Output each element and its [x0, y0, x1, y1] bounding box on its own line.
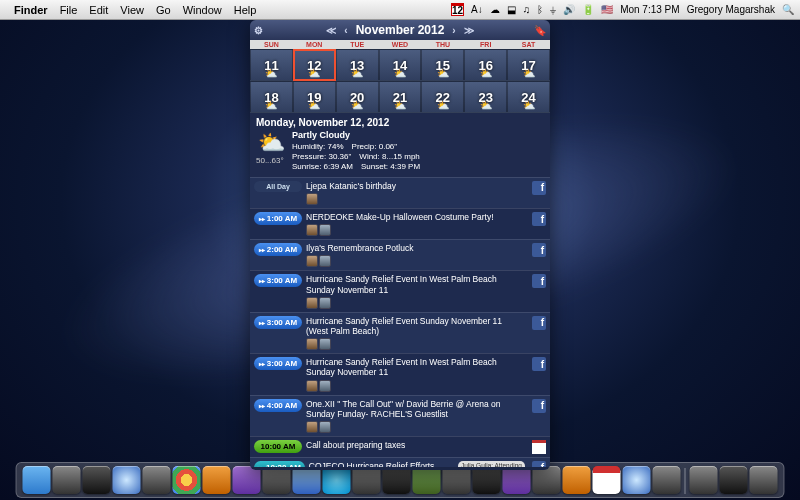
dock-firefox[interactable]: [203, 466, 231, 494]
dock-terminal[interactable]: [383, 466, 411, 494]
prev-month-fast-icon[interactable]: ≪: [326, 25, 336, 36]
event-row[interactable]: 10:00 AMCall about preparing taxes: [250, 436, 550, 457]
calendar-day[interactable]: 20⛅: [336, 81, 379, 113]
day-of-week-row: SUN MON TUE WED THU FRI SAT: [250, 40, 550, 49]
event-row[interactable]: ▸▸3:00 AMHurricane Sandy Relief Event In…: [250, 353, 550, 394]
event-title: Hurricane Sandy Relief Event In West Pal…: [306, 274, 525, 294]
prev-month-icon[interactable]: ‹: [344, 25, 347, 36]
dock-app[interactable]: [503, 466, 531, 494]
day-weather-icon: ⛅: [351, 100, 363, 111]
next-month-fast-icon[interactable]: ≫: [464, 25, 474, 36]
dock-app[interactable]: [353, 466, 381, 494]
calendar-day[interactable]: 13⛅: [336, 49, 379, 81]
event-body: NERDEOKE Make-Up Halloween Costume Party…: [306, 212, 528, 236]
calendar-day[interactable]: 18⛅: [250, 81, 293, 113]
today-date: Monday, November 12, 2012: [256, 117, 544, 128]
cloud-menubar-icon[interactable]: ☁: [490, 4, 500, 15]
volume-icon[interactable]: 🔊: [563, 4, 575, 15]
dock-safari[interactable]: [113, 466, 141, 494]
event-body: Hurricane Sandy Relief Event Sunday Nove…: [306, 316, 528, 350]
calendar-day[interactable]: 22⛅: [421, 81, 464, 113]
event-time-pill: ▸▸2:00 AM: [254, 243, 302, 256]
event-row[interactable]: ▸▸3:00 AMHurricane Sandy Relief Event In…: [250, 270, 550, 311]
facebook-icon: f: [532, 316, 546, 330]
input-flag-icon[interactable]: 🇺🇸: [601, 4, 613, 15]
dock-mail[interactable]: [293, 466, 321, 494]
calendar-menubar-icon[interactable]: 12: [451, 3, 464, 16]
calendar-day[interactable]: 21⛅: [379, 81, 422, 113]
event-row[interactable]: All DayLjepa Katanic's birthdayf: [250, 177, 550, 208]
dock-skype[interactable]: [323, 466, 351, 494]
bluetooth-icon[interactable]: ᛒ: [537, 4, 543, 15]
dock-app[interactable]: [653, 466, 681, 494]
event-body: Hurricane Sandy Relief Event In West Pal…: [306, 357, 528, 391]
event-title: Call about preparing taxes: [306, 440, 525, 450]
app-menu[interactable]: Finder: [14, 4, 48, 16]
calendar-day[interactable]: 15⛅: [421, 49, 464, 81]
adobe-menubar-icon[interactable]: A↓: [471, 4, 483, 15]
dock-folder[interactable]: [690, 466, 718, 494]
gear-icon[interactable]: ⚙: [254, 25, 263, 36]
dock-app[interactable]: [533, 466, 561, 494]
day-weather-icon: ⛅: [523, 68, 535, 79]
wifi-icon[interactable]: ⏚: [550, 4, 556, 15]
dock-finder[interactable]: [23, 466, 51, 494]
event-time-pill: 10:00 AM: [254, 440, 302, 453]
event-avatars: [306, 224, 525, 236]
dock-app[interactable]: [413, 466, 441, 494]
menu-window[interactable]: Window: [183, 4, 222, 16]
dock-chrome[interactable]: [173, 466, 201, 494]
event-row[interactable]: ▸▸10:30 AMJulia Gulia: AttendingCOJECO H…: [250, 457, 550, 467]
dock-ical[interactable]: [593, 466, 621, 494]
event-row[interactable]: ▸▸4:00 AMOne.XII " The Call Out" w/ Davi…: [250, 395, 550, 436]
event-body: Hurricane Sandy Relief Event In West Pal…: [306, 274, 528, 308]
menu-view[interactable]: View: [120, 4, 144, 16]
calendar-day[interactable]: 16⛅: [464, 49, 507, 81]
day-weather-icon: ⛅: [480, 68, 492, 79]
menu-go[interactable]: Go: [156, 4, 171, 16]
dow-label: MON: [293, 40, 336, 49]
user-name[interactable]: Gregory Magarshak: [687, 4, 775, 15]
dock-app[interactable]: [473, 466, 501, 494]
avatar: [319, 380, 331, 392]
menu-file[interactable]: File: [60, 4, 78, 16]
calendar-day[interactable]: 12⛅: [293, 49, 336, 81]
dock-trash[interactable]: [750, 466, 778, 494]
dock-app[interactable]: [443, 466, 471, 494]
spotlight-icon[interactable]: 🔍: [782, 4, 794, 15]
dock-app[interactable]: [563, 466, 591, 494]
dock-app[interactable]: [53, 466, 81, 494]
widget-title: November 2012: [356, 23, 445, 37]
calendar-day[interactable]: 19⛅: [293, 81, 336, 113]
bookmark-icon[interactable]: 🔖: [534, 25, 546, 36]
event-avatars: [306, 255, 525, 267]
clock[interactable]: Mon 7:13 PM: [620, 4, 679, 15]
calendar-day[interactable]: 11⛅: [250, 49, 293, 81]
today-panel: Monday, November 12, 2012 ⛅ 50...63° Par…: [250, 113, 550, 177]
calendar-day[interactable]: 17⛅: [507, 49, 550, 81]
dropbox-menubar-icon[interactable]: ⬓: [507, 4, 516, 15]
dock-app[interactable]: [623, 466, 651, 494]
dock-app[interactable]: [263, 466, 291, 494]
event-row[interactable]: ▸▸3:00 AMHurricane Sandy Relief Event Su…: [250, 312, 550, 353]
dock-app[interactable]: [233, 466, 261, 494]
sunrise-value: 6:39 AM: [324, 162, 353, 171]
dock-downloads[interactable]: [720, 466, 748, 494]
dock-app[interactable]: [83, 466, 111, 494]
event-avatars: [306, 193, 525, 205]
menu-help[interactable]: Help: [234, 4, 257, 16]
event-row[interactable]: ▸▸2:00 AMIlya's Remembrance Potluckf: [250, 239, 550, 270]
day-weather-icon: ⛅: [308, 100, 320, 111]
event-row[interactable]: ▸▸1:00 AMNERDEOKE Make-Up Halloween Cost…: [250, 208, 550, 239]
event-time-pill: ▸▸3:00 AM: [254, 316, 302, 329]
calendar-day[interactable]: 14⛅: [379, 49, 422, 81]
calendar-day[interactable]: 23⛅: [464, 81, 507, 113]
menu-edit[interactable]: Edit: [89, 4, 108, 16]
battery-icon[interactable]: 🔋: [582, 4, 594, 15]
humidity-value: 74%: [328, 142, 344, 151]
dock-app[interactable]: [143, 466, 171, 494]
calendar-day[interactable]: 24⛅: [507, 81, 550, 113]
headphones-icon[interactable]: ♫: [523, 4, 531, 15]
pressure-value: 30.36": [328, 152, 351, 161]
next-month-icon[interactable]: ›: [452, 25, 455, 36]
